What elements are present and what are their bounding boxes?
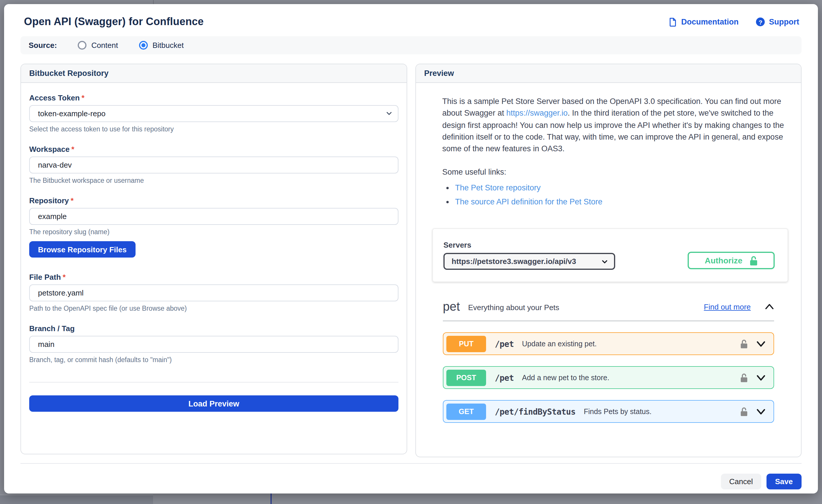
servers-block: Servers https://petstore3.swagger.io/api…: [443, 241, 615, 270]
backdrop-dark-segment: [0, 495, 153, 504]
api-info: This is a sample Pet Store Server based …: [442, 96, 786, 206]
workspace-label: Workspace*: [29, 145, 398, 153]
access-token-group: Access Token* token-example-repo Select …: [29, 93, 398, 132]
backdrop-blue-line: [271, 493, 272, 504]
api-description: This is a sample Pet Store Server based …: [442, 96, 786, 155]
operation-row-get-findbystatus[interactable]: GET /pet/findByStatus Finds Pets by stat…: [443, 400, 774, 423]
file-path-label: File Path*: [29, 273, 398, 282]
chevron-down-icon[interactable]: [756, 408, 766, 415]
chevron-down-icon[interactable]: [756, 374, 766, 381]
lock-open-icon[interactable]: [740, 373, 748, 383]
pet-tag-header[interactable]: pet Everything about your Pets Find out …: [443, 300, 774, 322]
method-badge: PUT: [446, 336, 486, 352]
branch-input[interactable]: [29, 336, 398, 353]
source-option-content[interactable]: Content: [78, 41, 118, 50]
dialog-footer: Cancel Save: [20, 464, 802, 489]
tag-name: pet: [443, 300, 460, 314]
source-label: Source:: [29, 41, 57, 50]
screen: Open API (Swagger) for Confluence Docume…: [0, 0, 822, 504]
file-path-group: File Path* Path to the OpenAPI spec file…: [29, 273, 398, 312]
operation-path: /pet/findByStatus: [495, 407, 575, 416]
swagger-io-link[interactable]: https://swagger.io: [506, 109, 567, 118]
workspace-input[interactable]: [29, 156, 398, 173]
source-option-bitbucket[interactable]: Bitbucket: [139, 41, 184, 50]
access-token-select[interactable]: token-example-repo: [29, 105, 398, 122]
swagger-preview: This is a sample Pet Store Server based …: [416, 83, 801, 423]
operation-summary: Update an existing pet.: [522, 340, 597, 348]
documentation-link[interactable]: Documentation: [668, 17, 739, 27]
chevron-down-icon[interactable]: [756, 341, 766, 348]
useful-links-heading: Some useful links:: [442, 168, 786, 177]
branch-group: Branch / Tag Branch, tag, or commit hash…: [29, 324, 398, 363]
source-api-definition-link[interactable]: The source API definition for the Pet St…: [455, 198, 602, 206]
access-token-select-wrap: token-example-repo: [29, 105, 398, 122]
workspace-helper: The Bitbucket workspace or username: [29, 177, 398, 184]
backdrop-top-strip: [0, 0, 822, 4]
tag-description: Everything about your Pets: [468, 303, 559, 312]
dialog-columns: Bitbucket Repository Access Token* token…: [20, 64, 802, 457]
repository-label: Repository*: [29, 196, 398, 205]
source-option-content-label: Content: [91, 41, 118, 50]
documentation-label: Documentation: [681, 18, 739, 26]
header-links: Documentation ? Support: [668, 17, 799, 27]
file-path-helper: Path to the OpenAPI spec file (or use Br…: [29, 305, 398, 312]
lock-open-icon[interactable]: [740, 339, 748, 349]
list-item: The Pet Store repository: [455, 184, 786, 192]
useful-links-list: The Pet Store repository The source API …: [455, 184, 786, 206]
access-token-label: Access Token*: [29, 93, 398, 102]
help-icon: ?: [756, 18, 765, 26]
operation-row-put-pet[interactable]: PUT /pet Update an existing pet.: [443, 333, 774, 355]
chevron-up-icon[interactable]: [765, 304, 774, 311]
macro-editor-dialog: Open API (Swagger) for Confluence Docume…: [4, 4, 818, 493]
server-select-wrap: https://petstore3.swagger.io/api/v3: [443, 253, 615, 270]
backdrop-bottom-strip: [0, 493, 822, 504]
method-badge: GET: [446, 404, 486, 420]
operation-path: /pet: [495, 339, 514, 349]
required-asterisk: *: [62, 273, 65, 282]
bitbucket-panel-title: Bitbucket Repository: [21, 64, 407, 83]
server-select[interactable]: https://petstore3.swagger.io/api/v3: [443, 253, 615, 270]
preview-panel: Preview This is a sample Pet Store Serve…: [415, 64, 802, 457]
document-icon: [668, 17, 677, 27]
file-path-input[interactable]: [29, 285, 398, 301]
servers-label: Servers: [443, 241, 615, 249]
preview-panel-title: Preview: [416, 64, 801, 83]
source-selector-bar: Source: Content Bitbucket: [20, 36, 802, 54]
save-button[interactable]: Save: [766, 474, 802, 489]
branch-helper: Branch, tag, or commit hash (defaults to…: [29, 356, 398, 363]
branch-label: Branch / Tag: [29, 324, 398, 333]
form-divider: [29, 382, 398, 383]
method-badge: POST: [446, 370, 486, 386]
access-token-helper: Select the access token to use for this …: [29, 125, 398, 132]
repository-input[interactable]: [29, 208, 398, 225]
radio-checked-icon[interactable]: [139, 41, 148, 50]
operation-row-post-pet[interactable]: POST /pet Add a new pet to the store.: [443, 367, 774, 389]
bitbucket-repository-panel: Bitbucket Repository Access Token* token…: [20, 64, 407, 454]
pet-tag-section: pet Everything about your Pets Find out …: [443, 300, 774, 423]
browse-repository-files-button[interactable]: Browse Repository Files: [29, 241, 135, 258]
support-link[interactable]: ? Support: [756, 18, 800, 26]
repository-helper: The repository slug (name): [29, 228, 398, 235]
page-title: Open API (Swagger) for Confluence: [24, 16, 203, 28]
unlock-icon: [750, 256, 758, 266]
dialog-header: Open API (Swagger) for Confluence Docume…: [20, 4, 802, 36]
support-label: Support: [769, 18, 800, 26]
required-asterisk: *: [71, 196, 74, 205]
bitbucket-form: Access Token* token-example-repo Select …: [21, 83, 407, 412]
required-asterisk: *: [71, 145, 74, 153]
radio-unchecked-icon[interactable]: [78, 41, 87, 50]
backdrop-divider: [153, 0, 154, 4]
source-option-bitbucket-label: Bitbucket: [152, 41, 184, 50]
list-item: The source API definition for the Pet St…: [455, 198, 786, 206]
load-preview-button[interactable]: Load Preview: [29, 395, 398, 412]
pet-store-repository-link[interactable]: The Pet Store repository: [455, 184, 541, 192]
operation-summary: Finds Pets by status.: [583, 408, 652, 416]
workspace-group: Workspace* The Bitbucket workspace or us…: [29, 145, 398, 184]
required-asterisk: *: [81, 93, 84, 102]
lock-open-icon[interactable]: [740, 407, 748, 416]
find-out-more-link[interactable]: Find out more: [704, 303, 751, 311]
repository-group: Repository* The repository slug (name): [29, 196, 398, 235]
authorize-button[interactable]: Authorize: [688, 252, 775, 270]
scheme-container: Servers https://petstore3.swagger.io/api…: [432, 228, 788, 283]
cancel-button[interactable]: Cancel: [721, 474, 761, 489]
